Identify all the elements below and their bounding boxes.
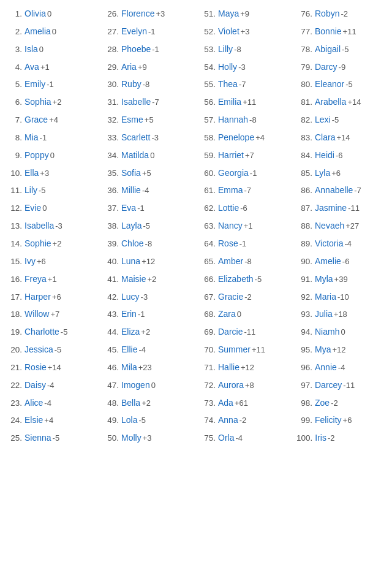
change-value: +11 [343,26,356,38]
name-text: Rosie [24,361,47,373]
list-item: 62.Lottie -6 [196,199,293,217]
list-item: 35.Sofia +5 [99,164,196,182]
change-value: -5 [345,79,353,91]
name-text: Evelyn [121,25,147,37]
rank-number: 77. [296,26,312,38]
column-4: 76.Robyn -277.Bonnie +1178.Abigail -579.… [293,5,390,447]
change-value: +7 [50,309,59,321]
list-item: 3.Isla 0 [2,40,99,58]
rank-number: 69. [200,326,216,338]
name-text: Ellie [121,343,137,356]
change-value: +3 [143,433,152,444]
name-text: Maria [315,291,336,303]
name-text: Harper [24,291,51,303]
change-value: +14 [347,97,361,108]
name-text: Scarlett [121,131,150,143]
rank-number: 46. [103,362,119,374]
list-item: 98.Zoe -2 [293,394,390,412]
name-text: Ruby [121,78,141,90]
list-item: 63.Nancy +1 [196,217,293,235]
rank-number: 47. [103,379,119,392]
list-item: 17.Harper +6 [2,288,99,306]
name-text: Molly [121,432,141,444]
change-value: -5 [39,185,46,197]
rank-number: 35. [103,167,119,180]
name-text: Bella [121,397,140,409]
change-value: -4 [338,362,345,374]
name-text: Lola [121,414,137,426]
rank-number: 67. [200,291,216,303]
list-item: 10.Ella +3 [2,164,99,182]
name-text: Imogen [121,379,150,391]
list-item: 96.Annie -4 [293,359,390,376]
rank-number: 22. [6,379,22,392]
rank-number: 85. [296,167,312,180]
list-item: 83.Clara +14 [293,129,390,147]
list-item: 19.Charlotte -5 [2,323,99,341]
rank-number: 56. [200,96,216,108]
rank-number: 8. [6,132,22,144]
name-text: Thea [218,78,238,90]
list-item: 33.Scarlett -3 [99,129,196,147]
rank-number: 71. [200,362,216,374]
rank-number: 58. [200,132,216,144]
name-text: Isabella [24,219,54,232]
list-item: 65.Amber -8 [196,253,293,270]
list-item: 85.Lyla +6 [293,164,390,182]
change-value: +14 [48,362,61,374]
rank-number: 93. [296,308,312,321]
change-value: -5 [55,344,62,356]
name-text: Bonnie [315,25,342,37]
column-3: 51.Maya +952.Violet +353.Lilly -854.Holl… [196,5,293,447]
rank-number: 23. [6,397,22,409]
list-item: 29.Aria +9 [99,58,196,76]
change-value: -5 [61,327,68,338]
change-value: -5 [255,274,262,286]
name-text: Alice [24,397,43,409]
list-item: 99.Felicity +6 [293,411,390,429]
change-value: 0 [151,380,156,392]
name-text: Darcey [315,379,342,391]
rank-number: 74. [200,414,216,427]
rank-number: 92. [296,291,312,303]
list-item: 26.Florence +3 [99,5,196,23]
change-value: 0 [50,150,55,162]
list-item: 87.Jasmine -11 [293,199,390,217]
list-item: 94.Niamh 0 [293,323,390,341]
change-value: -3 [238,62,246,74]
list-item: 46.Mila +23 [99,359,196,376]
rank-number: 38. [103,220,119,232]
rank-number: 20. [6,344,22,356]
name-text: Jessica [24,343,53,356]
rank-number: 28. [103,44,119,56]
list-item: 76.Robyn -2 [293,5,390,23]
rank-number: 49. [103,414,119,427]
list-item: 39.Chloe -8 [99,235,196,253]
rank-number: 94. [296,326,312,338]
change-value: 0 [237,309,241,321]
change-value: 0 [341,327,345,338]
rank-number: 32. [103,114,119,126]
name-text: Charlotte [24,325,59,338]
list-item: 78.Abigail -5 [293,40,390,58]
change-value: -7 [354,185,361,197]
rank-number: 40. [103,256,119,268]
name-text: Elsie [24,414,43,426]
column-1: 1.Olivia 02.Amelia 03.Isla 04.Ava +15.Em… [2,5,99,447]
list-item: 97.Darcey -11 [293,376,390,394]
name-text: Aria [121,61,137,73]
list-item: 16.Freya +1 [2,270,99,288]
list-item: 90.Amelie -6 [293,253,390,270]
name-text: Ella [24,167,39,179]
change-value: -7 [152,97,159,108]
rank-number: 18. [6,308,22,321]
rank-number: 76. [296,8,312,20]
change-value: +11 [252,344,265,356]
list-item: 4.Ava +1 [2,58,99,76]
list-item: 14.Sophie +2 [2,235,99,253]
rank-number: 7. [6,114,22,126]
name-text: Maisie [121,273,146,285]
list-item: 2.Amelia 0 [2,23,99,40]
name-text: Lilly [218,43,233,55]
rank-number: 57. [200,114,216,126]
